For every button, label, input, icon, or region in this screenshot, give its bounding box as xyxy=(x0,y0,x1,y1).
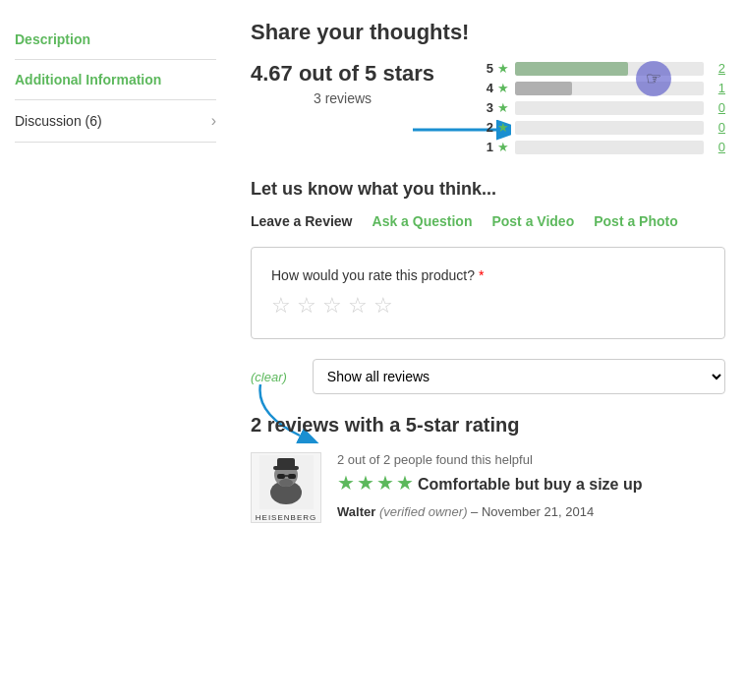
bar-count-1[interactable]: 0 xyxy=(712,140,725,154)
review-header: ★ ★ ★ ★ Comfortable but buy a size up xyxy=(337,471,725,498)
svg-rect-7 xyxy=(277,458,295,468)
share-title: Share your thoughts! xyxy=(251,20,725,45)
star-filled-1: ★ xyxy=(337,471,355,495)
bar-track-5 xyxy=(515,62,704,76)
bar-row-4[interactable]: 4 ★ 1 xyxy=(474,81,725,95)
review-meta: Walter (verified owner) – November 21, 2… xyxy=(337,504,725,519)
bar-label-2: 2 xyxy=(474,120,493,135)
clear-annotation: (clear) xyxy=(251,369,303,384)
bar-count-2[interactable]: 0 xyxy=(712,120,725,135)
sidebar-item-description[interactable]: Description xyxy=(15,20,216,60)
bar-count-5[interactable]: 2 xyxy=(712,61,725,76)
avatar-image xyxy=(252,453,320,511)
sidebar-item-discussion[interactable]: Discussion (6) › xyxy=(15,100,216,143)
helpful-text: 2 out of 2 people found this helpful xyxy=(337,452,725,467)
review-date: November 21, 2014 xyxy=(482,504,594,519)
star-filled-3: ★ xyxy=(376,471,394,495)
svg-rect-9 xyxy=(288,474,296,479)
review-author: Walter xyxy=(337,504,375,519)
bar-star-icon-4: ★ xyxy=(497,81,509,95)
review-verified: (verified owner) xyxy=(379,504,468,519)
bar-track-3 xyxy=(515,101,704,115)
review-body: 2 out of 2 people found this helpful ★ ★… xyxy=(337,452,725,519)
sidebar-item-label: Additional Information xyxy=(15,72,161,88)
let-us-know-title: Let us know what you think... xyxy=(251,179,725,200)
svg-point-11 xyxy=(279,479,293,487)
bar-star-icon-2: ★ xyxy=(497,120,509,135)
bars-container: 5 ★ 2 4 ★ 1 3 ★ 0 2 ★ 0 xyxy=(474,61,725,154)
avatar-svg xyxy=(259,455,314,509)
bar-fill-4 xyxy=(515,82,572,95)
main-content: Share your thoughts! 4.67 out of 5 stars… xyxy=(231,10,745,690)
filtered-reviews-heading: 2 reviews with a 5-star rating xyxy=(251,414,725,437)
star-4[interactable]: ☆ xyxy=(348,293,368,319)
bar-label-5: 5 xyxy=(474,61,493,76)
star-rating[interactable]: ☆ ☆ ☆ ☆ ☆ xyxy=(271,293,705,319)
bar-label-3: 3 xyxy=(474,100,493,115)
svg-rect-8 xyxy=(277,474,285,479)
star-3[interactable]: ☆ xyxy=(322,293,342,319)
bar-count-3[interactable]: 0 xyxy=(712,100,725,115)
bar-track-1 xyxy=(515,141,704,154)
chevron-right-icon: › xyxy=(211,112,216,130)
required-mark: * xyxy=(479,267,484,283)
sidebar: Description Additional Information Discu… xyxy=(0,10,231,690)
bar-track-4 xyxy=(515,82,704,95)
rate-question: How would you rate this product? * xyxy=(271,267,705,283)
star-2[interactable]: ☆ xyxy=(297,293,316,319)
bar-fill-5 xyxy=(515,62,628,76)
star-filled-4: ★ xyxy=(396,471,414,495)
rating-bars: ☞ 5 ★ 2 4 ★ 1 3 ★ 0 2 xyxy=(474,61,725,159)
review-dash: – xyxy=(471,504,482,519)
tab-post-video[interactable]: Post a Video xyxy=(491,211,574,231)
tab-post-photo[interactable]: Post a Photo xyxy=(594,211,678,231)
bar-row-5[interactable]: 5 ★ 2 xyxy=(474,61,725,76)
bar-star-icon-5: ★ xyxy=(497,61,509,76)
tab-ask-question[interactable]: Ask a Question xyxy=(372,211,473,231)
star-5[interactable]: ☆ xyxy=(373,293,393,319)
review-item: HEISENBERG 2 out of 2 people found this … xyxy=(251,452,725,523)
bar-label-1: 1 xyxy=(474,140,493,154)
cursor-hand-icon: ☞ xyxy=(646,68,661,89)
rating-section: 4.67 out of 5 stars 3 reviews ☞ 5 ★ 2 4 … xyxy=(251,61,725,159)
review-count: 3 reviews xyxy=(251,90,434,106)
tab-leave-review[interactable]: Leave a Review xyxy=(251,211,353,231)
review-stars: ★ ★ ★ ★ xyxy=(337,471,414,495)
bar-count-4[interactable]: 1 xyxy=(712,81,725,95)
rating-value: 4.67 out of 5 stars xyxy=(251,61,434,87)
bar-star-icon-3: ★ xyxy=(497,100,509,115)
review-avatar: HEISENBERG xyxy=(251,452,321,523)
review-tabs: Leave a Review Ask a Question Post a Vid… xyxy=(251,211,725,231)
sidebar-item-label: Discussion (6) xyxy=(15,113,102,129)
bar-row-2[interactable]: 2 ★ 0 xyxy=(474,120,725,135)
rating-summary: 4.67 out of 5 stars 3 reviews xyxy=(251,61,434,106)
bar-track-2 xyxy=(515,121,704,135)
rating-form-box: How would you rate this product? * ☆ ☆ ☆… xyxy=(251,247,725,339)
bar-label-4: 4 xyxy=(474,81,493,95)
filter-row: (clear) Show all reviews5 star reviews4 … xyxy=(251,359,725,394)
sidebar-item-additional-information[interactable]: Additional Information xyxy=(15,60,216,100)
bar-row-3[interactable]: 3 ★ 0 xyxy=(474,100,725,115)
review-title: Comfortable but buy a size up xyxy=(418,476,642,494)
star-filled-2: ★ xyxy=(357,471,374,495)
sidebar-item-label: Description xyxy=(15,31,90,47)
cursor-overlay: ☞ xyxy=(636,61,671,96)
bar-star-icon-1: ★ xyxy=(497,140,509,154)
bar-row-1[interactable]: 1 ★ 0 xyxy=(474,140,725,154)
avatar-label: HEISENBERG xyxy=(256,513,316,522)
clear-link[interactable]: (clear) xyxy=(251,370,287,384)
filter-select[interactable]: Show all reviews5 star reviews4 star rev… xyxy=(313,359,725,394)
star-1[interactable]: ☆ xyxy=(271,293,291,319)
